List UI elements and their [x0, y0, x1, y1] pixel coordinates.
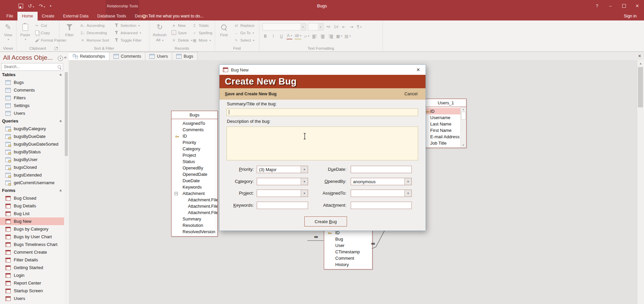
- ribbon-tab[interactable]: Database Tools: [93, 12, 131, 20]
- font-size-combo[interactable]: ▾: [308, 23, 324, 31]
- sidebar-item-form[interactable]: Login: [0, 271, 64, 279]
- gridlines-button[interactable]: ▦▾: [336, 33, 342, 39]
- minimize-button[interactable]: –: [604, 0, 617, 12]
- decrease-indent-button[interactable]: ⇤: [341, 24, 347, 30]
- sidebar-item-form[interactable]: Filter Details: [0, 256, 64, 264]
- help-button[interactable]: ?: [590, 0, 604, 12]
- sidebar-item-query[interactable]: getCurrentUsername: [0, 179, 64, 187]
- save-and-create-new-button[interactable]: Save and Create New Bug: [225, 92, 277, 96]
- duedate-input[interactable]: [351, 166, 412, 173]
- descending-button[interactable]: Z↓Descending: [80, 30, 109, 36]
- select-button[interactable]: ↖Select▾: [234, 37, 254, 43]
- category-combo[interactable]: ▾: [257, 178, 308, 185]
- chevron-down-icon[interactable]: ▾: [301, 166, 308, 173]
- ascending-button[interactable]: A↓Ascending: [80, 22, 109, 29]
- field-row[interactable]: Comments: [171, 126, 217, 133]
- sidebar-item-form[interactable]: Bug New: [0, 217, 64, 225]
- sidebar-item-query[interactable]: bugsByCategory: [0, 125, 64, 133]
- summary-input[interactable]: [227, 108, 418, 116]
- field-row[interactable]: First Name: [426, 127, 460, 134]
- field-row[interactable]: CTimestamp: [324, 249, 372, 255]
- scroll-down-icon[interactable]: ▼: [461, 143, 466, 147]
- sidebar-item-form[interactable]: Comment Create: [0, 248, 64, 256]
- field-row[interactable]: ID: [171, 133, 217, 139]
- table-title[interactable]: Users_1: [426, 99, 466, 107]
- sidebar-item-form[interactable]: Bugs Timeliness Chart: [0, 241, 64, 248]
- scrollbar-thumb[interactable]: [461, 112, 466, 120]
- description-textarea[interactable]: [227, 126, 418, 160]
- dialog-titlebar[interactable]: Bug New ✕: [219, 65, 426, 75]
- sidebar-item-form[interactable]: Report Center: [0, 279, 64, 287]
- tab-users[interactable]: Users: [145, 52, 172, 60]
- scroll-up-icon[interactable]: ▲: [461, 107, 466, 111]
- sidebar-item-table[interactable]: Settings: [0, 102, 64, 109]
- field-row[interactable]: Attachment.FileData: [171, 197, 217, 203]
- save-icon[interactable]: [18, 4, 23, 8]
- field-row[interactable]: ID: [426, 108, 460, 114]
- sidebar-item-form[interactable]: Getting Started: [0, 264, 64, 271]
- bold-button[interactable]: B: [262, 33, 268, 39]
- diagram-table-bugs[interactable]: Bugs AssignedTo Comments ID Priority: [171, 111, 218, 237]
- sidebar-item-query[interactable]: bugsByDueDate: [0, 133, 64, 140]
- field-row[interactable]: Category: [171, 146, 217, 152]
- field-row[interactable]: AssignedTo: [171, 120, 217, 126]
- field-row[interactable]: Job Title: [426, 140, 460, 146]
- scroll-up-icon[interactable]: ▲: [637, 60, 644, 66]
- collapse-section-icon[interactable]: «: [59, 73, 63, 76]
- sign-in-link[interactable]: Sign in: [624, 12, 637, 20]
- align-left-button[interactable]: [312, 33, 317, 39]
- collapse-section-icon[interactable]: «: [59, 120, 63, 122]
- chevron-down-icon[interactable]: ▾: [301, 190, 308, 197]
- field-row[interactable]: User: [324, 242, 372, 249]
- background-fill-button[interactable]: ▱▾: [304, 33, 309, 39]
- sidebar-item-form[interactable]: Bug List: [0, 210, 64, 217]
- canvas-scrollbar[interactable]: ▲: [637, 60, 644, 304]
- highlight-color-button[interactable]: ab▾: [295, 33, 301, 40]
- sidebar-item-table[interactable]: Filters: [0, 94, 64, 102]
- sidebar-item-form[interactable]: Bugs by User Chart: [0, 233, 64, 241]
- advanced-button[interactable]: Advanced▾: [114, 30, 142, 36]
- clipboard-dialog-launcher-icon[interactable]: [55, 47, 58, 50]
- underline-button[interactable]: U: [279, 33, 284, 39]
- new-record-button[interactable]: ∗New: [171, 22, 192, 29]
- section-header-queries[interactable]: Queries «: [0, 117, 64, 125]
- sidebar-item-form[interactable]: Bugs by Category: [0, 225, 64, 233]
- field-row[interactable]: Attachment.FileName: [171, 203, 217, 209]
- sidebar-item-query[interactable]: bugsByUser: [0, 156, 64, 163]
- tab-relationships[interactable]: Relationships: [69, 52, 109, 60]
- sidebar-item-query[interactable]: bugsClosed: [0, 163, 64, 171]
- font-color-button[interactable]: A▾: [287, 33, 292, 40]
- field-row[interactable]: E-mail Address: [426, 134, 460, 140]
- nav-pane-menu-button[interactable]: ▾: [58, 56, 63, 61]
- field-row[interactable]: Username: [426, 114, 460, 121]
- align-center-button[interactable]: [320, 33, 326, 39]
- scrollbar-thumb[interactable]: [65, 72, 68, 156]
- section-header-tables[interactable]: Tables «: [0, 71, 64, 79]
- sidebar-item-form[interactable]: Startup Screen: [0, 287, 64, 295]
- tab-bugs[interactable]: Bugs: [172, 52, 198, 60]
- collapse-section-icon[interactable]: «: [59, 189, 63, 192]
- field-row[interactable]: Keywords: [171, 184, 217, 190]
- sidebar-item-query[interactable]: bugsByStatus: [0, 148, 64, 156]
- align-right-button[interactable]: [328, 33, 334, 39]
- create-bug-button[interactable]: Create Bug: [304, 216, 347, 226]
- sidebar-item-table[interactable]: Comments: [0, 86, 64, 94]
- field-row[interactable]: ResolvedVersion: [171, 229, 217, 235]
- section-header-forms[interactable]: Forms «: [0, 187, 64, 194]
- tab-comments[interactable]: Comments: [109, 52, 145, 60]
- find-button[interactable]: Find: [216, 22, 232, 37]
- remove-sort-button[interactable]: ✕Remove Sort: [80, 37, 109, 43]
- collapse-minus-icon[interactable]: [175, 192, 178, 195]
- field-row[interactable]: Status: [171, 158, 217, 165]
- field-row[interactable]: History: [324, 261, 372, 268]
- totals-button[interactable]: ΣTotals: [192, 22, 212, 29]
- close-tab-button[interactable]: ✕: [635, 52, 644, 60]
- sidebar-item-query[interactable]: bugsByDueDateSorted: [0, 140, 64, 148]
- table-scrollbar[interactable]: ▲ ▼: [460, 107, 466, 147]
- field-row[interactable]: DueDate: [171, 178, 217, 184]
- spelling-button[interactable]: ✓Spelling: [192, 30, 212, 36]
- diagram-table-users1[interactable]: Users_1 ID Username Last Name First Name: [425, 99, 466, 148]
- sidebar-item-table[interactable]: Bugs: [0, 79, 64, 86]
- redo-button[interactable]: ↷▾: [39, 3, 45, 9]
- cancel-button[interactable]: Cancel: [404, 92, 417, 96]
